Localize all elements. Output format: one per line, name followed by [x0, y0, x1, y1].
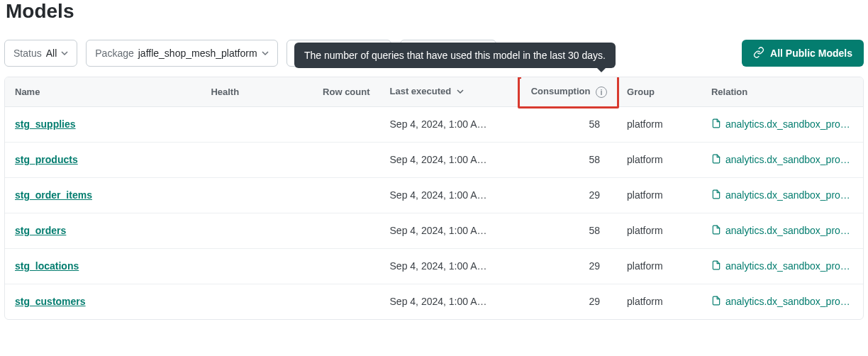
cell-health	[201, 142, 313, 177]
model-name-link[interactable]: stg_locations	[15, 260, 79, 272]
link-icon	[753, 47, 764, 60]
file-icon	[711, 189, 721, 201]
all-public-models-button[interactable]: All Public Models	[742, 40, 864, 67]
chevron-down-icon	[262, 50, 269, 57]
cell-last-executed: Sep 4, 2024, 1:00 A…	[380, 142, 521, 177]
cell-group: platform	[617, 284, 701, 319]
model-name-link[interactable]: stg_customers	[15, 296, 86, 307]
relation-link[interactable]: analytics.dx_sandbox_prod_…	[711, 189, 853, 201]
cell-health	[201, 284, 313, 319]
cell-relation: analytics.dx_sandbox_prod_…	[701, 142, 863, 177]
filter-status-label: Status	[13, 48, 42, 59]
file-icon	[711, 118, 721, 130]
column-header-last-executed[interactable]: Last executed	[380, 77, 521, 106]
cell-relation: analytics.dx_sandbox_prod_…	[701, 284, 863, 319]
cell-group: platform	[617, 213, 701, 248]
file-icon	[711, 225, 721, 237]
cell-row-count	[313, 284, 379, 319]
cell-last-executed: Sep 4, 2024, 1:00 A…	[380, 177, 521, 213]
cell-row-count	[313, 213, 379, 248]
column-header-row-count[interactable]: Row count	[313, 77, 379, 106]
column-header-consumption[interactable]: Consumption i	[521, 77, 617, 106]
column-header-health[interactable]: Health	[201, 77, 313, 106]
column-header-group[interactable]: Group	[617, 77, 701, 106]
column-header-name[interactable]: Name	[5, 77, 201, 106]
filter-status-value: All	[46, 48, 57, 59]
cell-group: platform	[617, 142, 701, 177]
relation-link[interactable]: analytics.dx_sandbox_prod_…	[711, 225, 853, 237]
cell-row-count	[313, 106, 379, 142]
table-row: stg_locationsSep 4, 2024, 1:00 A…29platf…	[5, 248, 863, 284]
cell-relation: analytics.dx_sandbox_prod_…	[701, 177, 863, 213]
cell-relation: analytics.dx_sandbox_prod_…	[701, 213, 863, 248]
chevron-down-icon	[61, 50, 68, 57]
cell-row-count	[313, 248, 379, 284]
model-name-link[interactable]: stg_orders	[15, 225, 66, 236]
cell-relation: analytics.dx_sandbox_prod_…	[701, 248, 863, 284]
cell-group: platform	[617, 177, 701, 213]
column-header-last-executed-label: Last executed	[390, 86, 452, 96]
cell-consumption: 29	[521, 284, 617, 319]
relation-link[interactable]: analytics.dx_sandbox_prod_…	[711, 296, 853, 308]
cell-row-count	[313, 142, 379, 177]
relation-link[interactable]: analytics.dx_sandbox_prod_…	[711, 260, 853, 272]
file-icon	[711, 260, 721, 272]
cell-health	[201, 248, 313, 284]
all-public-models-label: All Public Models	[770, 48, 852, 59]
cell-consumption: 58	[521, 106, 617, 142]
file-icon	[711, 154, 721, 166]
cell-last-executed: Sep 4, 2024, 1:00 A…	[380, 248, 521, 284]
table-row: stg_suppliesSep 4, 2024, 1:00 A…58platfo…	[5, 106, 863, 142]
cell-relation: analytics.dx_sandbox_prod_…	[701, 106, 863, 142]
cell-consumption: 29	[521, 177, 617, 213]
cell-health	[201, 213, 313, 248]
info-icon[interactable]: i	[596, 87, 607, 98]
cell-row-count	[313, 177, 379, 213]
cell-last-executed: Sep 4, 2024, 1:00 A…	[380, 106, 521, 142]
cell-last-executed: Sep 4, 2024, 1:00 A…	[380, 284, 521, 319]
cell-consumption: 58	[521, 213, 617, 248]
filter-package-value: jaffle_shop_mesh_platform	[138, 48, 257, 59]
file-icon	[711, 296, 721, 308]
relation-link[interactable]: analytics.dx_sandbox_prod_…	[711, 154, 853, 166]
model-name-link[interactable]: stg_order_items	[15, 189, 92, 201]
cell-group: platform	[617, 248, 701, 284]
table-row: stg_productsSep 4, 2024, 1:00 A…58platfo…	[5, 142, 863, 177]
cell-group: platform	[617, 106, 701, 142]
table-row: stg_order_itemsSep 4, 2024, 1:00 A…29pla…	[5, 177, 863, 213]
cell-last-executed: Sep 4, 2024, 1:00 A…	[380, 213, 521, 248]
model-name-link[interactable]: stg_supplies	[15, 118, 76, 130]
filter-package-label: Package	[95, 48, 133, 59]
table-row: stg_ordersSep 4, 2024, 1:00 A…58platform…	[5, 213, 863, 248]
column-header-relation[interactable]: Relation	[701, 77, 863, 106]
cell-consumption: 58	[521, 142, 617, 177]
column-header-consumption-label: Consumption	[531, 86, 591, 96]
cell-health	[201, 106, 313, 142]
filter-package[interactable]: Package jaffle_shop_mesh_platform	[86, 40, 277, 67]
filter-status[interactable]: Status All	[4, 40, 77, 67]
consumption-tooltip: The number of queries that have used thi…	[294, 43, 616, 68]
cell-health	[201, 177, 313, 213]
model-name-link[interactable]: stg_products	[15, 154, 78, 165]
page-title: Models	[4, 0, 864, 40]
models-table: Name Health Row count Last executed Cons…	[4, 77, 864, 320]
chevron-down-icon	[457, 87, 464, 97]
table-row: stg_customersSep 4, 2024, 1:00 A…29platf…	[5, 284, 863, 319]
relation-link[interactable]: analytics.dx_sandbox_prod_…	[711, 118, 853, 130]
cell-consumption: 29	[521, 248, 617, 284]
